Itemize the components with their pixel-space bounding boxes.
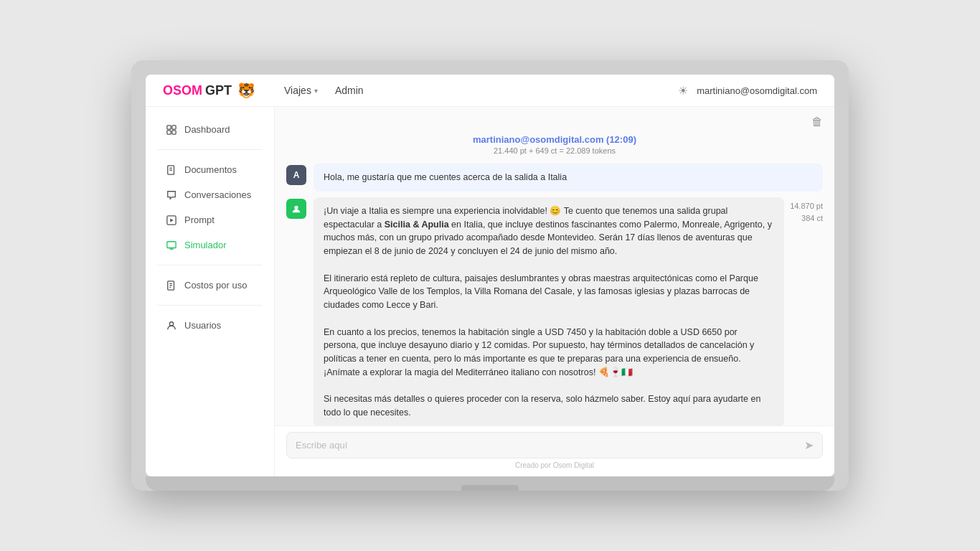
nav-viajes[interactable]: Viajes ▾	[284, 85, 318, 96]
content-header: 🗑	[275, 107, 834, 131]
chat-messages: A Hola, me gustaría que me cuentes acerc…	[286, 164, 823, 425]
nav-user-email: martiniano@osomdigital.com	[697, 85, 817, 96]
logo-gpt: GPT	[205, 83, 232, 98]
monitor-icon	[166, 240, 177, 250]
sidebar-item-conversaciones[interactable]: Conversaciones	[151, 184, 268, 206]
svg-point-17	[294, 205, 298, 209]
main-layout: Dashboard Documentos	[146, 107, 834, 476]
theme-icon[interactable]: ☀	[678, 84, 688, 98]
send-button[interactable]: ➤	[804, 438, 814, 452]
play-icon	[166, 215, 177, 225]
message-row: A Hola, me gustaría que me cuentes acerc…	[286, 164, 823, 192]
svg-rect-9	[167, 241, 176, 248]
logo-icon: 🐯	[237, 82, 255, 99]
content-area: 🗑 martiniano@osomdigital.com (12:09) 21.…	[275, 107, 834, 476]
logo: OSOM GPT 🐯	[163, 82, 255, 99]
chat-header-email: martiniano@osomdigital.com (12:09)	[286, 134, 823, 145]
chat-header: martiniano@osomdigital.com (12:09) 21.44…	[286, 131, 823, 164]
chat-input[interactable]	[296, 440, 804, 451]
sidebar-item-costos[interactable]: Costos por uso	[151, 274, 268, 296]
chat-icon	[166, 190, 177, 200]
message-row: ¡Un viaje a Italia es siempre una experi…	[286, 197, 823, 425]
sidebar-item-prompt[interactable]: Prompt	[151, 209, 268, 231]
sidebar-item-usuarios[interactable]: Usuarios	[151, 314, 268, 336]
svg-rect-2	[167, 130, 171, 133]
svg-rect-3	[172, 130, 176, 133]
footer-text: Creado por Osom Digital	[286, 458, 823, 474]
sidebar-item-documentos[interactable]: Documentos	[151, 159, 268, 181]
book-icon	[166, 165, 177, 175]
bot-message-1: ¡Un viaje a Italia es siempre una experi…	[314, 197, 784, 425]
grid-icon	[166, 125, 177, 135]
sidebar-item-simulador[interactable]: Simulador	[151, 234, 268, 256]
svg-marker-8	[170, 218, 173, 222]
bot-message-meta: ¡Un viaje a Italia es siempre una experi…	[314, 197, 823, 425]
token-info: 14.870 pt 384 ct	[790, 200, 823, 225]
nav-admin[interactable]: Admin	[335, 85, 364, 96]
nav-right: ☀ martiniano@osomdigital.com	[678, 84, 817, 98]
avatar-bot	[286, 199, 306, 219]
delete-button[interactable]: 🗑	[811, 116, 823, 128]
receipt-icon	[166, 281, 177, 291]
svg-point-16	[169, 321, 173, 325]
topnav: OSOM GPT 🐯 Viajes ▾ Admin ☀ martiniano@o…	[146, 75, 834, 107]
input-area: ➤ Creado por Osom Digital	[275, 425, 834, 476]
token-summary: 21.440 pt + 649 ct = 22.089 tokens	[286, 146, 823, 155]
sidebar: Dashboard Documentos	[146, 107, 275, 476]
logo-osom: OSOM	[163, 83, 202, 98]
user-message-1: Hola, me gustaría que me cuentes acerca …	[314, 164, 823, 192]
chevron-icon: ▾	[314, 87, 318, 95]
sidebar-item-dashboard[interactable]: Dashboard	[151, 118, 268, 141]
avatar-user: A	[286, 165, 306, 185]
nav-links: Viajes ▾ Admin	[284, 85, 678, 96]
user-icon	[166, 321, 177, 331]
svg-rect-1	[172, 125, 176, 128]
svg-rect-0	[167, 125, 171, 128]
chat-area: martiniano@osomdigital.com (12:09) 21.44…	[275, 131, 834, 425]
input-wrap: ➤	[286, 432, 823, 458]
